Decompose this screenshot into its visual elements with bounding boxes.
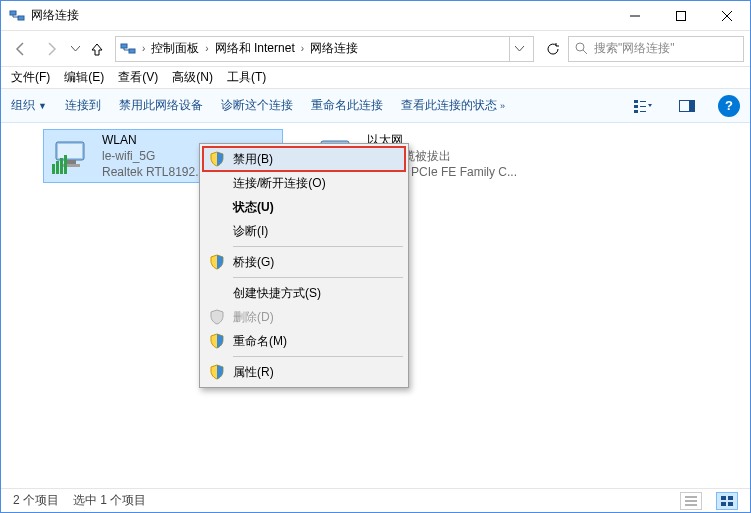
svg-rect-38 <box>728 502 733 506</box>
ctx-create-shortcut[interactable]: 创建快捷方式(S) <box>203 281 405 305</box>
minimize-button[interactable] <box>612 1 658 31</box>
cmd-diagnose[interactable]: 诊断这个连接 <box>221 97 293 114</box>
chevron-right-icon[interactable]: › <box>205 43 208 54</box>
cmd-view-status[interactable]: 查看此连接的状态 » <box>401 97 505 114</box>
chevron-right-icon[interactable]: › <box>142 43 145 54</box>
details-view-button[interactable] <box>680 492 702 510</box>
wifi-adapter-icon <box>50 134 94 178</box>
breadcrumb-item[interactable]: 网络和 Internet <box>215 40 295 57</box>
menu-tools[interactable]: 工具(T) <box>227 69 266 86</box>
ctx-separator <box>233 277 403 278</box>
svg-rect-37 <box>721 502 726 506</box>
help-button[interactable]: ? <box>718 95 740 117</box>
command-bar: 组织 ▼ 连接到 禁用此网络设备 诊断这个连接 重命名此连接 查看此连接的状态 … <box>1 89 750 123</box>
ctx-separator <box>233 246 403 247</box>
ctx-properties[interactable]: 属性(R) <box>203 360 405 384</box>
view-options-button[interactable] <box>630 93 656 119</box>
shield-icon <box>209 333 225 349</box>
svg-rect-6 <box>121 44 127 48</box>
ctx-separator <box>233 356 403 357</box>
ctx-diagnose[interactable]: 诊断(I) <box>203 219 405 243</box>
navbar: › 控制面板 › 网络和 Internet › 网络连接 搜索"网络连接" <box>1 31 750 67</box>
search-icon <box>575 42 588 55</box>
ctx-rename[interactable]: 重命名(M) <box>203 329 405 353</box>
context-menu: 禁用(B) 连接/断开连接(O) 状态(U) 诊断(I) 桥接(G) 创建快捷方… <box>199 143 409 388</box>
status-item-count: 2 个项目 <box>13 492 59 509</box>
ctx-delete: 删除(D) <box>203 305 405 329</box>
ctx-bridge[interactable]: 桥接(G) <box>203 250 405 274</box>
ctx-status[interactable]: 状态(U) <box>203 195 405 219</box>
menu-edit[interactable]: 编辑(E) <box>64 69 104 86</box>
svg-rect-17 <box>689 101 694 111</box>
address-dropdown[interactable] <box>509 37 529 61</box>
network-connections-icon <box>120 41 136 57</box>
status-selected-count: 选中 1 个项目 <box>73 492 146 509</box>
content-area: WLAN le-wifi_5G Realtek RTL8192... 以太网 网… <box>1 123 750 488</box>
cmd-organize[interactable]: 组织 ▼ <box>11 97 47 114</box>
statusbar: 2 个项目 选中 1 个项目 <box>1 488 750 512</box>
history-dropdown[interactable] <box>67 35 83 63</box>
shield-icon <box>209 151 225 167</box>
svg-rect-36 <box>728 496 733 500</box>
svg-rect-11 <box>634 105 638 108</box>
svg-rect-22 <box>52 164 55 174</box>
back-button[interactable] <box>7 35 35 63</box>
menu-view[interactable]: 查看(V) <box>118 69 158 86</box>
ctx-disable[interactable]: 禁用(B) <box>203 147 405 171</box>
titlebar: 网络连接 <box>1 1 750 31</box>
svg-rect-35 <box>721 496 726 500</box>
cmd-rename[interactable]: 重命名此连接 <box>311 97 383 114</box>
svg-point-8 <box>576 43 584 51</box>
connection-ssid: le-wifi_5G <box>102 148 205 164</box>
menu-file[interactable]: 文件(F) <box>11 69 50 86</box>
address-bar[interactable]: › 控制面板 › 网络和 Internet › 网络连接 <box>115 36 534 62</box>
network-connections-icon <box>9 8 25 24</box>
breadcrumb-item[interactable]: 网络连接 <box>310 40 358 57</box>
svg-rect-0 <box>10 11 16 15</box>
menu-advanced[interactable]: 高级(N) <box>172 69 213 86</box>
shield-icon <box>209 254 225 270</box>
preview-pane-button[interactable] <box>674 93 700 119</box>
connection-adapter: Realtek RTL8192... <box>102 164 205 178</box>
menubar: 文件(F) 编辑(E) 查看(V) 高级(N) 工具(T) <box>1 67 750 89</box>
svg-rect-12 <box>634 110 638 113</box>
large-icons-view-button[interactable] <box>716 492 738 510</box>
chevron-right-icon[interactable]: › <box>301 43 304 54</box>
svg-rect-24 <box>60 158 63 174</box>
cmd-disable-device[interactable]: 禁用此网络设备 <box>119 97 203 114</box>
window-title: 网络连接 <box>31 7 612 24</box>
ctx-connect-disconnect[interactable]: 连接/断开连接(O) <box>203 171 405 195</box>
close-button[interactable] <box>704 1 750 31</box>
connection-name: WLAN <box>102 134 205 148</box>
svg-rect-19 <box>58 144 82 158</box>
up-button[interactable] <box>85 37 109 61</box>
maximize-button[interactable] <box>658 1 704 31</box>
forward-button[interactable] <box>37 35 65 63</box>
search-input[interactable]: 搜索"网络连接" <box>568 36 744 62</box>
svg-rect-10 <box>634 100 638 103</box>
svg-rect-23 <box>56 161 59 174</box>
svg-rect-3 <box>677 11 686 20</box>
shield-icon <box>209 309 225 325</box>
search-placeholder: 搜索"网络连接" <box>594 40 675 57</box>
cmd-connect[interactable]: 连接到 <box>65 97 101 114</box>
shield-icon <box>209 364 225 380</box>
breadcrumb-item[interactable]: 控制面板 <box>151 40 199 57</box>
svg-rect-25 <box>64 155 67 174</box>
svg-line-9 <box>583 50 587 54</box>
refresh-button[interactable] <box>540 36 566 62</box>
